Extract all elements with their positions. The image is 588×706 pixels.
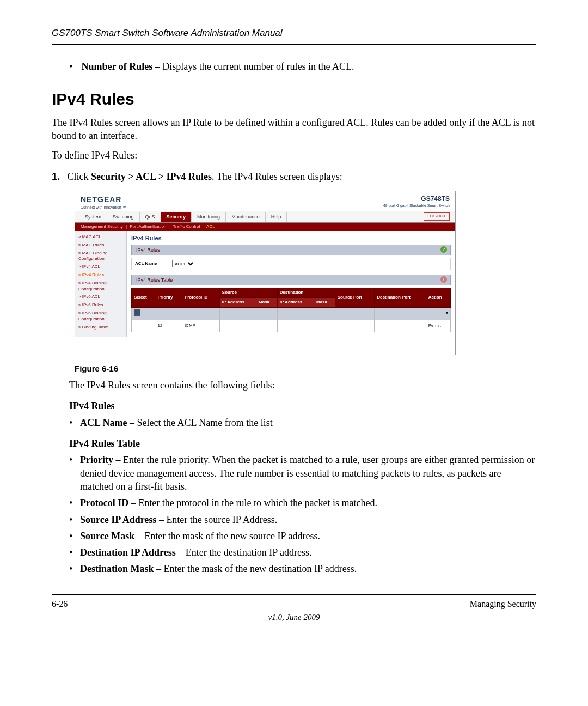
group1-head: IPv4 Rules [69, 399, 536, 412]
primary-tabbar: System Switching QoS Security Monitoring… [75, 211, 455, 223]
help-icon[interactable]: ? [440, 246, 447, 253]
add-icon[interactable]: + [440, 276, 447, 283]
doc-version: v1.0, June 2009 [52, 612, 536, 623]
sidebar-item[interactable]: » IPv6 Binding Configuration [77, 309, 124, 324]
step-text-bold: Security > ACL > IPv4 Rules [91, 171, 212, 182]
section-title: IPv4 Rules [52, 88, 536, 111]
page-number: 6-26 [52, 598, 68, 610]
sidebar-item[interactable]: » IPv6 ACL [77, 293, 124, 301]
fields-intro: The IPv4 Rules screen contains the follo… [69, 379, 536, 392]
checkbox-icon[interactable] [134, 309, 140, 316]
col-dest-port: Destination Port [375, 288, 426, 308]
tab-monitoring[interactable]: Monitoring [192, 212, 226, 222]
col-source: Source [219, 288, 277, 298]
tab-switching[interactable]: Switching [107, 212, 140, 222]
device-model-sub: 48-port Gigabit Stackable Smart Switch [383, 203, 450, 208]
step-number: 1. [52, 170, 65, 183]
col-select: Select [132, 288, 155, 308]
sidebar-item-selected[interactable]: » IPv4 Rules [77, 271, 124, 279]
subnav-item-active[interactable]: ACL [206, 224, 215, 229]
chapter-title: Managing Security [470, 598, 536, 610]
cell-priority: 12 [155, 320, 182, 332]
intro-paragraph: The IPv4 Rules screen allows an IP Rule … [52, 116, 536, 143]
table-row: 12 ICMP Permit [132, 320, 451, 332]
lead-in: To define IPv4 Rules: [52, 149, 536, 162]
col-dst-ip: IP Address [277, 297, 314, 307]
tab-system[interactable]: System [79, 212, 107, 222]
subnav-item[interactable]: Port Authentication [130, 224, 166, 229]
step-1: 1. Click Security > ACL > IPv4 Rules. Th… [52, 170, 536, 183]
sidebar-item[interactable]: » IPv4 ACL [77, 263, 124, 271]
col-source-port: Source Port [335, 288, 375, 308]
panel-title: IPv4 Rules [131, 234, 451, 242]
step-text-post: . The IPv4 Rules screen displays: [212, 171, 342, 182]
step-text-pre: Click [68, 171, 91, 182]
col-src-mask: Mask [256, 297, 278, 307]
subnav-item[interactable]: Traffic Control [173, 224, 200, 229]
tab-qos[interactable]: QoS [140, 212, 161, 222]
subnav-item[interactable]: Management Security [81, 224, 123, 229]
sidebar-item[interactable]: » IPv6 Rules [77, 301, 124, 309]
sidebar-item[interactable]: » MAC Rules [77, 241, 124, 249]
acl-name-row: ACL Name ACL1 [131, 258, 451, 270]
col-src-ip: IP Address [219, 297, 256, 307]
tab-help[interactable]: Help [266, 212, 287, 222]
sidebar-item[interactable]: » MAC ACL [77, 233, 124, 241]
sidebar-item[interactable]: » Binding Table [77, 324, 124, 332]
sidebar-item[interactable]: » IPv4 Binding Configuration [77, 279, 124, 294]
tab-security[interactable]: Security [161, 212, 192, 222]
term: Number of Rules [82, 61, 153, 72]
band-ipv4-rules: IPv4 Rules ? [131, 245, 451, 255]
figure-app: NETGEAR Connect with Innovation ™ GS748T… [75, 191, 456, 355]
bullet-number-of-rules: • Number of Rules – Displays the current… [69, 60, 536, 73]
sidebar-item[interactable]: » MAC Binding Configuration [77, 249, 124, 264]
cell-action: Permit [426, 320, 450, 332]
device-model: GS748TS [383, 194, 450, 203]
band-ipv4-rules-table: IPv4 Rules Table + [131, 275, 451, 285]
table-row-input: ▾ [132, 307, 451, 320]
col-dst-mask: Mask [314, 297, 335, 307]
page-footer: 6-26 Managing Security [52, 594, 536, 610]
sidebar: » MAC ACL » MAC Rules » MAC Binding Conf… [75, 231, 127, 337]
acl-name-select[interactable]: ACL1 [172, 260, 195, 267]
group2-list: Priority – Enter the rule priority. When… [69, 453, 536, 575]
cell-protocol: ICMP [182, 320, 219, 332]
checkbox-icon[interactable] [134, 322, 140, 328]
col-priority: Priority [155, 288, 182, 308]
col-protocol: Protocol ID [182, 288, 219, 308]
col-destination: Destination [277, 288, 335, 298]
sub-nav: Management Security| Port Authentication… [75, 223, 455, 231]
group1-list: ACL Name – Select the ACL Name from the … [69, 416, 536, 429]
brand-logo: NETGEAR [81, 194, 126, 205]
brand-tagline: Connect with Innovation ™ [81, 205, 126, 210]
acl-name-label: ACL Name [135, 261, 168, 267]
desc: – Displays the current number of rules i… [152, 61, 354, 72]
tab-maintenance[interactable]: Maintenance [226, 212, 266, 222]
running-head: GS700TS Smart Switch Software Administra… [52, 27, 536, 45]
figure-caption: Figure 6-16 [75, 361, 456, 374]
group2-head: IPv4 Rules Table [69, 437, 536, 450]
col-action: Action [426, 288, 450, 308]
rules-table: Select Priority Protocol ID Source Desti… [131, 288, 451, 332]
logout-button[interactable]: LOGOUT [424, 212, 450, 221]
